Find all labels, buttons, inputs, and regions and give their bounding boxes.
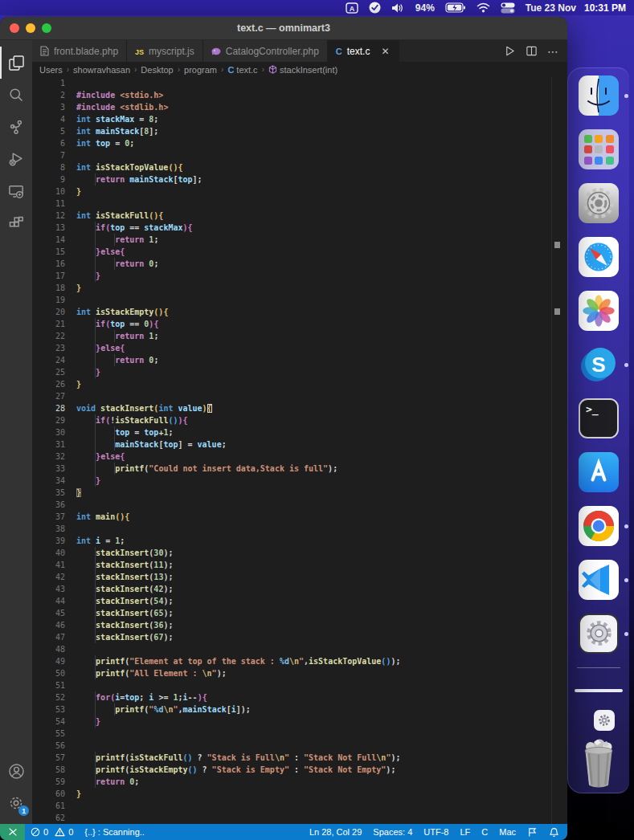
line-number[interactable]: 2 (32, 89, 76, 101)
code-line[interactable]: 1 (32, 77, 567, 89)
tab-myscript.js[interactable]: JSmyscript.js (127, 40, 203, 62)
code-line[interactable]: 55 (32, 728, 567, 740)
code-line[interactable]: 34 } (32, 475, 567, 487)
dock-item-safari[interactable] (579, 237, 619, 277)
line-number[interactable]: 8 (32, 161, 76, 173)
dock-item-chrome[interactable] (579, 506, 619, 546)
line-number[interactable]: 48 (32, 643, 76, 655)
code-line[interactable]: 23 }else{ (32, 342, 567, 354)
code-line[interactable]: 18} (32, 282, 567, 294)
line-number[interactable]: 29 (32, 414, 76, 426)
code-line[interactable]: 52 for(i=top; i >= 1;i--){ (32, 691, 567, 703)
cursor-position[interactable]: Ln 28, Col 29 (304, 827, 367, 837)
line-number[interactable]: 59 (32, 776, 76, 788)
line-number[interactable]: 56 (32, 740, 76, 752)
code-line[interactable]: 19 (32, 294, 567, 306)
line-number[interactable]: 10 (32, 186, 76, 198)
breadcrumb-item[interactable]: Ctext.c (227, 65, 257, 75)
code-line[interactable]: 48 (32, 643, 567, 655)
line-number[interactable]: 37 (32, 511, 76, 523)
dock-item-photos[interactable] (579, 291, 619, 331)
line-number[interactable]: 19 (32, 294, 76, 306)
code-line[interactable]: 17 } (32, 270, 567, 282)
dock-item-launchpad[interactable] (579, 129, 619, 169)
line-number[interactable]: 61 (32, 800, 76, 812)
line-number[interactable]: 46 (32, 619, 76, 631)
problems-indicator[interactable]: 0 0 (25, 827, 79, 837)
dock-item-vscode[interactable] (579, 560, 619, 600)
volume-icon[interactable] (391, 2, 405, 14)
line-number[interactable]: 5 (32, 125, 76, 137)
tab-front.blade.php[interactable]: front.blade.php (32, 40, 127, 62)
line-number[interactable]: 41 (32, 559, 76, 571)
code-line[interactable]: 6int top = 0; (32, 137, 567, 149)
line-number[interactable]: 20 (32, 306, 76, 318)
encoding[interactable]: UTF-8 (418, 827, 454, 837)
code-line[interactable]: 43 stackInsert(42); (32, 583, 567, 595)
line-number[interactable]: 28 (32, 402, 76, 414)
line-number[interactable]: 50 (32, 667, 76, 679)
line-number[interactable]: 55 (32, 728, 76, 740)
remote-explorer-icon[interactable] (0, 175, 32, 207)
line-number[interactable]: 13 (32, 222, 76, 234)
breadcrumb-item[interactable]: Desktop (141, 65, 173, 75)
code-line[interactable]: 27 (32, 390, 567, 402)
line-number[interactable]: 23 (32, 342, 76, 354)
host-indicator[interactable]: Mac (493, 827, 522, 837)
tab-CatalogController.php[interactable]: CatalogController.php (203, 40, 328, 62)
line-number[interactable]: 9 (32, 173, 76, 186)
code-line[interactable]: 41 stackInsert(11); (32, 559, 567, 571)
line-number[interactable]: 54 (32, 716, 76, 728)
tab-text.c[interactable]: Ctext.c✕ (328, 40, 400, 62)
code-line[interactable]: 35} (32, 487, 567, 499)
scanning-status[interactable]: {..} : Scanning.. (79, 827, 150, 837)
code-line[interactable]: 29 if(!isStackFull()){ (32, 414, 567, 426)
code-line[interactable]: 38 (32, 523, 567, 535)
close-tab-icon[interactable]: ✕ (379, 46, 391, 57)
line-number[interactable]: 15 (32, 246, 76, 258)
code-line[interactable]: 10} (32, 186, 567, 198)
feedback-icon[interactable] (522, 827, 543, 838)
code-line[interactable]: 28void stackInsert(int value){ (32, 402, 567, 414)
line-number[interactable]: 45 (32, 607, 76, 619)
line-number[interactable]: 47 (32, 631, 76, 643)
line-number[interactable]: 44 (32, 595, 76, 607)
code-editor[interactable]: 12#include <stdio.h>3#include <stdlib.h>… (32, 77, 567, 824)
line-number[interactable]: 16 (32, 258, 76, 270)
code-line[interactable]: 47 stackInsert(67); (32, 631, 567, 643)
extensions-icon[interactable] (0, 207, 32, 239)
language-mode[interactable]: C (476, 827, 493, 837)
line-number[interactable]: 39 (32, 535, 76, 547)
code-line[interactable]: 15 }else{ (32, 246, 567, 258)
line-number[interactable]: 34 (32, 475, 76, 487)
line-number[interactable]: 22 (32, 330, 76, 342)
line-number[interactable]: 21 (32, 318, 76, 330)
line-number[interactable]: 49 (32, 655, 76, 667)
code-line[interactable]: 57 printf(isStackFull() ? "Stack is Full… (32, 752, 567, 764)
code-line[interactable]: 61 (32, 800, 567, 812)
code-line[interactable]: 37int main(){ (32, 511, 567, 523)
code-line[interactable]: 8int isStackTopValue(){ (32, 161, 567, 173)
line-number[interactable]: 17 (32, 270, 76, 282)
source-control-icon[interactable] (0, 111, 32, 143)
minimize-window-button[interactable] (26, 23, 35, 33)
line-number[interactable]: 6 (32, 137, 76, 149)
code-line[interactable]: 4int stackMax = 8; (32, 113, 567, 125)
line-number[interactable]: 52 (32, 691, 76, 703)
dock-item-app-store[interactable] (579, 452, 619, 492)
code-line[interactable]: 31 mainStack[top] = value; (32, 438, 567, 451)
code-line[interactable]: 59 return 0; (32, 776, 567, 788)
line-number[interactable]: 3 (32, 101, 76, 113)
line-number[interactable]: 31 (32, 438, 76, 451)
account-icon[interactable] (0, 755, 32, 787)
code-line[interactable]: 33 printf("Could not insert data,Stack i… (32, 463, 567, 475)
line-number[interactable]: 18 (32, 282, 76, 294)
close-window-button[interactable] (10, 23, 19, 33)
line-number[interactable]: 57 (32, 752, 76, 764)
code-line[interactable]: 9 return mainStack[top]; (32, 173, 567, 186)
input-source-a-icon[interactable]: A (346, 2, 358, 14)
run-button[interactable] (504, 45, 516, 57)
line-number[interactable]: 30 (32, 426, 76, 438)
breadcrumb-item[interactable]: stackInsert(int) (268, 65, 337, 75)
line-number[interactable]: 33 (32, 463, 76, 475)
